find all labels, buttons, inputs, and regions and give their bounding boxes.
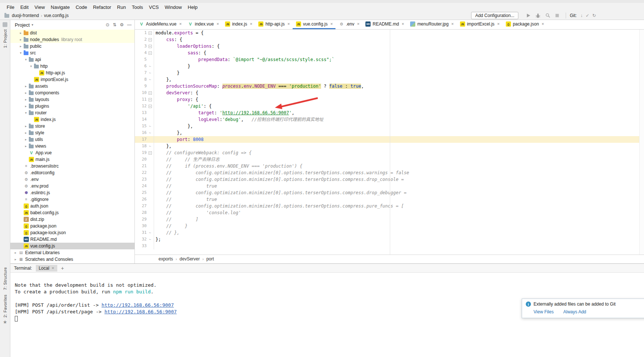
- tree-item-public[interactable]: ▸public: [10, 43, 134, 50]
- tree-item-scratches-and-consoles[interactable]: ▸▦Scratches and Consoles: [10, 256, 134, 263]
- git-update-icon[interactable]: ↓: [580, 13, 583, 18]
- close-icon[interactable]: ✕: [402, 22, 405, 26]
- fold-end-icon[interactable]: ⌐: [147, 236, 154, 243]
- editor-tab-importexcel-js[interactable]: JSimportExcel.js✕: [457, 20, 502, 29]
- chevron-right-icon[interactable]: ▸: [24, 131, 28, 135]
- git-refresh-icon[interactable]: ↻: [592, 13, 596, 18]
- tree-item-package-lock-json[interactable]: {}package-lock.json: [10, 229, 134, 236]
- breadcrumb-exports[interactable]: exports: [159, 256, 173, 262]
- chevron-down-icon[interactable]: ▾: [18, 51, 23, 55]
- tree-item-views[interactable]: ▸views: [10, 143, 134, 149]
- tree-item-node-modules[interactable]: ▸node_moduleslibrary root: [10, 36, 134, 43]
- locate-file-icon[interactable]: ⊙: [106, 22, 109, 27]
- tree-item-api[interactable]: ▾api: [10, 56, 134, 63]
- chevron-right-icon[interactable]: ▸: [24, 104, 28, 108]
- collapse-all-icon[interactable]: ⇅: [113, 22, 116, 27]
- debug-icon[interactable]: [535, 12, 541, 19]
- tree-item-browserslistrc[interactable]: ≡.browserslistrc: [10, 163, 134, 169]
- new-terminal-session-icon[interactable]: +: [61, 265, 64, 271]
- tool-stripe-project[interactable]: 1: Project: [3, 22, 7, 48]
- chevron-right-icon[interactable]: ▸: [24, 98, 28, 101]
- chevron-right-icon[interactable]: ▸: [18, 38, 23, 41]
- breadcrumb-port[interactable]: port: [206, 256, 214, 262]
- editor-tab-package-json[interactable]: {}package.json✕: [502, 20, 547, 29]
- editor-tab-http-api-js[interactable]: JShttp-api.js✕: [255, 20, 293, 29]
- tree-item-babel-config-js[interactable]: JSbabel.config.js: [10, 209, 134, 216]
- tree-item-importexcel-js[interactable]: JSimportExcel.js: [10, 76, 134, 83]
- tree-item-package-json[interactable]: {}package.json: [10, 223, 134, 229]
- fold-end-icon[interactable]: ⌐: [147, 129, 154, 136]
- tree-item-dist-zip[interactable]: Zdist.zip: [10, 216, 134, 223]
- tree-item-main-js[interactable]: JSmain.js: [10, 156, 134, 163]
- menu-item-window[interactable]: Window: [162, 4, 185, 11]
- breadcrumb-devserver[interactable]: devServer: [180, 256, 200, 262]
- terminal-title[interactable]: Terminal:: [14, 266, 32, 271]
- fold-collapse-icon[interactable]: −: [147, 30, 154, 36]
- tree-item-external-libraries[interactable]: ▸▤External Libraries: [10, 249, 134, 256]
- chevron-down-icon[interactable]: ▾: [31, 23, 33, 27]
- tree-item-style[interactable]: ▸style: [10, 129, 134, 136]
- terminal-link[interactable]: http://192.168.66.56:9007: [102, 302, 174, 308]
- tree-item-utils[interactable]: ▸utils: [10, 136, 134, 143]
- add-configuration-button[interactable]: Add Configuration...: [471, 12, 518, 19]
- tool-stripe-structure[interactable]: 7: Structure: [3, 267, 7, 290]
- editor-tab-menurouter-jpg[interactable]: menuRouter.jpg✕: [407, 20, 456, 29]
- close-icon[interactable]: ✕: [451, 22, 454, 26]
- editor-tab-index-vue[interactable]: Vindex.vue✕: [184, 20, 222, 29]
- menu-item-tools[interactable]: Tools: [129, 4, 146, 11]
- fold-collapse-icon[interactable]: −: [147, 43, 154, 50]
- fold-end-icon[interactable]: ⌐: [147, 143, 154, 149]
- tree-item-readme-md[interactable]: MDREADME.md: [10, 236, 134, 243]
- tree-item-index-js[interactable]: JSindex.js: [10, 116, 134, 123]
- tree-item-editorconfig[interactable]: ⚙.editorconfig: [10, 169, 134, 176]
- fold-collapse-icon[interactable]: −: [147, 149, 154, 156]
- editor-tab-vue-config-js[interactable]: JSvue.config.js✕: [293, 20, 335, 29]
- tree-item-eslintrc-js[interactable]: ⬢.eslintrc.js: [10, 189, 134, 196]
- close-icon[interactable]: ✕: [357, 22, 360, 26]
- close-icon[interactable]: ✕: [542, 22, 545, 26]
- fold-end-icon[interactable]: ⌐: [147, 70, 154, 76]
- chevron-right-icon[interactable]: ▸: [24, 144, 28, 148]
- coverage-icon[interactable]: [544, 12, 551, 19]
- tree-item-http-api-js[interactable]: JShttp-api.js: [10, 70, 134, 76]
- tool-stripe-favorites[interactable]: 2: Favorites ★: [3, 294, 7, 324]
- always-add-link[interactable]: Always Add: [563, 309, 586, 314]
- fold-collapse-icon[interactable]: −: [147, 90, 154, 96]
- tree-item-env[interactable]: ⚙.env: [10, 176, 134, 183]
- tree-item-src[interactable]: ▾src: [10, 50, 134, 56]
- tree-item-dist[interactable]: ▸dist: [10, 30, 134, 36]
- git-commit-icon[interactable]: ✓: [586, 13, 589, 18]
- tree-item-app-vue[interactable]: VApp.vue: [10, 149, 134, 156]
- tree-item-http[interactable]: ▾http: [10, 63, 134, 70]
- view-files-link[interactable]: View Files: [534, 309, 553, 314]
- fold-collapse-icon[interactable]: −: [147, 50, 154, 56]
- tree-item-router[interactable]: ▾router: [10, 110, 134, 116]
- menu-item-help[interactable]: Help: [185, 4, 201, 11]
- menu-item-edit[interactable]: Edit: [17, 4, 31, 11]
- menu-item-navigate[interactable]: Navigate: [48, 4, 72, 11]
- close-icon[interactable]: ✕: [217, 22, 219, 26]
- close-icon[interactable]: ✕: [497, 22, 500, 26]
- terminal-link[interactable]: http://192.168.66.56:9007: [105, 309, 177, 314]
- fold-collapse-icon[interactable]: −: [147, 96, 154, 103]
- editor-tab-asidemenu-vue[interactable]: VAsideMenu.vue✕: [136, 20, 184, 29]
- editor-scrollbar[interactable]: [639, 30, 644, 255]
- chevron-right-icon[interactable]: ▸: [24, 124, 28, 128]
- close-icon[interactable]: ✕: [330, 22, 333, 26]
- chevron-right-icon[interactable]: ▸: [24, 84, 28, 88]
- close-icon[interactable]: ✕: [287, 22, 290, 26]
- fold-end-icon[interactable]: ⌐: [147, 229, 154, 236]
- chevron-right-icon[interactable]: ▸: [18, 44, 23, 48]
- fold-end-icon[interactable]: ⌐: [147, 63, 154, 70]
- tree-item-assets[interactable]: ▸assets: [10, 83, 134, 90]
- breadcrumb-file[interactable]: vue.config.js: [44, 13, 69, 18]
- menu-item-view[interactable]: View: [31, 4, 48, 11]
- chevron-right-icon[interactable]: ▸: [13, 257, 18, 261]
- chevron-down-icon[interactable]: ▾: [29, 64, 33, 68]
- menu-item-vcs[interactable]: VCS: [146, 4, 162, 11]
- menu-item-run[interactable]: Run: [114, 4, 129, 11]
- menu-item-refactor[interactable]: Refactor: [90, 4, 114, 11]
- tree-item-store[interactable]: ▸store: [10, 123, 134, 129]
- tree-item-layouts[interactable]: ▸layouts: [10, 96, 134, 103]
- chevron-right-icon[interactable]: ▸: [13, 251, 18, 255]
